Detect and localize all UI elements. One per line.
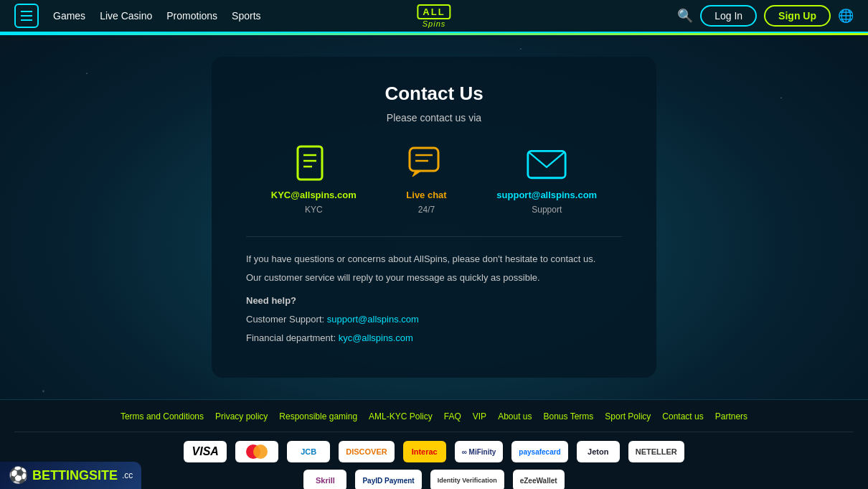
header-left: Games Live Casino Promotions Sports	[14, 4, 261, 28]
financial-label: Financial department:	[246, 332, 336, 343]
footer-link-faq[interactable]: FAQ	[444, 411, 461, 422]
search-button[interactable]: 🔍	[677, 8, 693, 24]
header-right: 🔍 Log In Sign Up 🌐	[677, 5, 854, 27]
interac-logo: Interac	[403, 441, 446, 462]
svg-rect-4	[410, 148, 438, 171]
chat-icon	[408, 145, 445, 185]
skrill-logo: Skrill	[303, 470, 346, 489]
kyc-email-link[interactable]: KYC@allspins.com	[271, 190, 357, 200]
email-icon	[527, 149, 567, 182]
hamburger-line-3	[21, 19, 32, 21]
footer-divider-1	[14, 432, 854, 432]
footer-link-contact[interactable]: Contact us	[662, 411, 703, 422]
paysafe-logo: paysafecard	[511, 441, 567, 462]
livechat-icon-box	[407, 145, 447, 185]
search-icon: 🔍	[677, 9, 693, 23]
footer-links: Terms and Conditions Privacy policy Resp…	[14, 411, 854, 422]
info-line2: Our customer service will reply to your …	[246, 270, 622, 286]
livechat-link[interactable]: Live chat	[406, 190, 446, 200]
kyc-contact-item[interactable]: KYC@allspins.com KYC	[271, 145, 357, 215]
neteller-logo: NETELLER	[628, 441, 684, 462]
need-help-label: Need help?	[246, 293, 622, 309]
customer-support-label: Customer Support:	[246, 314, 324, 325]
footer-link-privacy[interactable]: Privacy policy	[215, 411, 268, 422]
customer-support-email[interactable]: support@allspins.com	[327, 314, 419, 325]
footer-link-bonus[interactable]: Bonus Terms	[544, 411, 594, 422]
contact-subtitle: Please contact us via	[246, 112, 622, 124]
support-email-link[interactable]: support@allspins.com	[496, 190, 597, 200]
accent-line	[0, 33, 868, 35]
site-logo[interactable]: ALL Spins	[417, 4, 450, 28]
support-icon-box	[527, 145, 567, 185]
payment-logos-row1: VISA JCB DISCOVER Interac ∞ MiFinity pay…	[14, 441, 854, 462]
hamburger-button[interactable]	[14, 4, 39, 28]
financial-line: Financial department: kyc@allspins.com	[246, 330, 622, 346]
livechat-sublabel: 24/7	[418, 205, 435, 215]
payid-logo: PayID Payment	[355, 470, 421, 489]
footer-link-responsible[interactable]: Responsible gaming	[279, 411, 357, 422]
info-line1: If you have questions or concerns about …	[246, 251, 622, 267]
logo-top-text: ALL	[417, 4, 450, 19]
main-content: Contact Us Please contact us via KYC@all…	[0, 35, 868, 399]
identity-logo: Identity Verification	[430, 470, 504, 489]
support-label: Support	[532, 205, 562, 215]
customer-support-line: Customer Support: support@allspins.com	[246, 312, 622, 327]
ball-icon: ⚽	[9, 466, 28, 485]
login-button[interactable]: Log In	[700, 5, 757, 27]
footer-link-vip[interactable]: VIP	[473, 411, 486, 422]
hamburger-line-1	[21, 11, 32, 12]
contact-title: Contact Us	[246, 83, 622, 105]
logo-bottom-text: Spins	[423, 19, 446, 28]
mastercard-icon	[244, 443, 270, 460]
footer-link-partners[interactable]: Partners	[715, 411, 747, 422]
bettingsite-label: BettingSite	[32, 468, 118, 483]
hamburger-line-2	[21, 15, 32, 17]
header: Games Live Casino Promotions Sports ALL …	[0, 0, 868, 33]
nav-promotions[interactable]: Promotions	[166, 10, 217, 22]
bettingsite-tld: .cc	[122, 470, 133, 480]
contact-divider	[246, 236, 622, 237]
visa-logo: VISA	[184, 441, 227, 462]
language-button[interactable]: 🌐	[838, 8, 854, 24]
contact-info: If you have questions or concerns about …	[246, 251, 622, 346]
mifinity-logo: ∞ MiFinity	[455, 441, 504, 462]
discover-logo: DISCOVER	[339, 441, 394, 462]
nav-games[interactable]: Games	[53, 10, 85, 22]
contact-icons-row: KYC@allspins.com KYC Live chat 24/7	[246, 145, 622, 215]
nav-sports[interactable]: Sports	[232, 10, 260, 22]
jcb-logo: JCB	[287, 441, 330, 462]
support-contact-item[interactable]: support@allspins.com Support	[496, 145, 597, 215]
main-nav: Games Live Casino Promotions Sports	[53, 9, 261, 22]
ezeewallet-logo: eZeeWallet	[513, 470, 565, 489]
financial-email[interactable]: kyc@allspins.com	[339, 332, 413, 343]
footer-link-terms[interactable]: Terms and Conditions	[121, 411, 204, 422]
kyc-label: KYC	[305, 205, 323, 215]
jeton-logo: Jeton	[577, 441, 620, 462]
nav-live-casino[interactable]: Live Casino	[100, 10, 152, 22]
contact-card: Contact Us Please contact us via KYC@all…	[212, 57, 656, 378]
kyc-document-icon	[295, 145, 332, 185]
logo-container: ALL Spins	[417, 4, 450, 28]
globe-icon: 🌐	[838, 9, 854, 23]
signup-button[interactable]: Sign Up	[764, 5, 831, 27]
footer-link-aml[interactable]: AML-KYC Policy	[369, 411, 433, 422]
footer-link-sport-policy[interactable]: Sport Policy	[605, 411, 651, 422]
footer-link-about[interactable]: About us	[498, 411, 532, 422]
bettingsite-overlay: ⚽ BettingSite .cc	[0, 462, 141, 489]
mastercard-logo	[235, 441, 278, 462]
livechat-contact-item[interactable]: Live chat 24/7	[406, 145, 446, 215]
svg-rect-0	[298, 146, 322, 180]
svg-point-9	[253, 444, 268, 459]
kyc-icon-box	[293, 145, 334, 185]
